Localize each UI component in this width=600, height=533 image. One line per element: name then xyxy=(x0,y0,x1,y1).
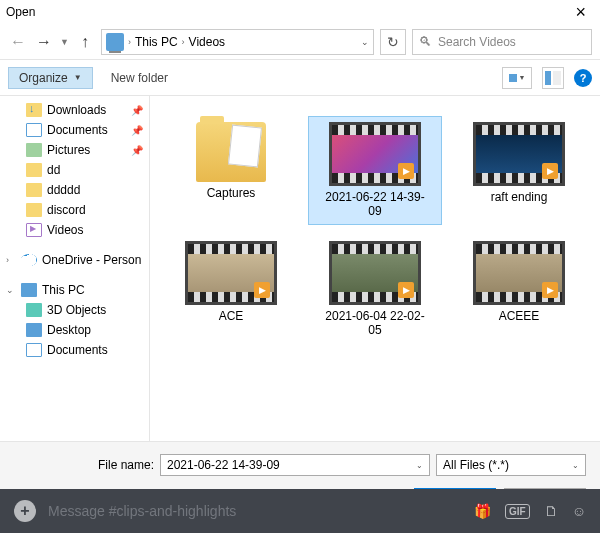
gift-icon[interactable]: 🎁 xyxy=(474,503,491,519)
sidebar-item-label: Desktop xyxy=(47,323,91,337)
filename-input[interactable]: 2021-06-22 14-39-09 ⌄ xyxy=(160,454,430,476)
breadcrumb[interactable]: › This PC › Videos ⌄ xyxy=(101,29,374,55)
file-filter-dropdown[interactable]: All Files (*.*) ⌄ xyxy=(436,454,586,476)
item-label: ACEEE xyxy=(499,309,540,323)
video-thumbnail: ▶ xyxy=(185,241,277,305)
chevron-down-icon[interactable]: ⌄ xyxy=(361,37,369,47)
file-2021-06-22[interactable]: ▶ 2021-06-22 14-39-09 xyxy=(308,116,442,225)
play-icon: ▶ xyxy=(254,282,270,298)
chevron-down-icon: ▼ xyxy=(74,73,82,82)
view-mode-button[interactable]: ▼ xyxy=(502,67,532,89)
up-button[interactable]: ↑ xyxy=(75,32,95,52)
sidebar-item-pictures[interactable]: Pictures📌 xyxy=(0,140,149,160)
pin-icon: 📌 xyxy=(131,125,143,136)
chevron-down-icon: ⌄ xyxy=(572,461,579,470)
emoji-icon[interactable]: ☺ xyxy=(572,503,586,519)
refresh-button[interactable]: ↻ xyxy=(380,29,406,55)
help-icon[interactable]: ? xyxy=(574,69,592,87)
sidebar-item-label: This PC xyxy=(42,283,85,297)
sidebar-item-label: dd xyxy=(47,163,60,177)
file-raft-ending[interactable]: ▶ raft ending xyxy=(452,116,586,225)
sidebar-item-label: Documents xyxy=(47,123,108,137)
sidebar-item-label: discord xyxy=(47,203,86,217)
attach-button[interactable]: + xyxy=(14,500,36,522)
message-input[interactable]: Message #clips-and-highlights xyxy=(48,503,462,519)
sidebar: Downloads📌 Documents📌 Pictures📌 dd ddddd… xyxy=(0,96,150,441)
filename-label: File name: xyxy=(14,458,154,472)
play-icon: ▶ xyxy=(542,163,558,179)
breadcrumb-thispc[interactable]: This PC xyxy=(135,35,178,49)
file-grid[interactable]: Captures ▶ 2021-06-22 14-39-09 ▶ raft en… xyxy=(150,96,600,441)
window-title: Open xyxy=(6,5,35,19)
sidebar-item-desktop[interactable]: Desktop xyxy=(0,320,149,340)
sidebar-item-documents2[interactable]: Documents xyxy=(0,340,149,360)
sticker-icon[interactable]: 🗋 xyxy=(544,503,558,519)
play-icon: ▶ xyxy=(398,163,414,179)
video-thumbnail: ▶ xyxy=(473,241,565,305)
pin-icon: 📌 xyxy=(131,105,143,116)
file-2021-06-04[interactable]: ▶ 2021-06-04 22-02-05 xyxy=(308,235,442,344)
breadcrumb-videos[interactable]: Videos xyxy=(189,35,225,49)
recent-dropdown[interactable]: ▼ xyxy=(60,37,69,47)
close-icon[interactable]: × xyxy=(567,2,594,23)
sidebar-item-ddddd[interactable]: ddddd xyxy=(0,180,149,200)
filter-value: All Files (*.*) xyxy=(443,458,509,472)
item-label: 2021-06-04 22-02-05 xyxy=(320,309,430,338)
chevron-right-icon: › xyxy=(182,37,185,47)
sidebar-item-label: 3D Objects xyxy=(47,303,106,317)
organize-button[interactable]: Organize ▼ xyxy=(8,67,93,89)
sidebar-item-label: OneDrive - Person xyxy=(42,253,141,267)
sidebar-item-3dobjects[interactable]: 3D Objects xyxy=(0,300,149,320)
sidebar-item-label: ddddd xyxy=(47,183,80,197)
video-thumbnail: ▶ xyxy=(329,122,421,186)
sidebar-item-label: Pictures xyxy=(47,143,90,157)
chevron-right-icon: › xyxy=(128,37,131,47)
pc-icon xyxy=(106,33,124,51)
play-icon: ▶ xyxy=(398,282,414,298)
filename-value: 2021-06-22 14-39-09 xyxy=(167,458,280,472)
sidebar-item-downloads[interactable]: Downloads📌 xyxy=(0,100,149,120)
video-thumbnail: ▶ xyxy=(473,122,565,186)
pin-icon: 📌 xyxy=(131,145,143,156)
sidebar-item-label: Downloads xyxy=(47,103,106,117)
item-label: Captures xyxy=(207,186,256,200)
chevron-down-icon: ⌄ xyxy=(6,285,16,295)
preview-pane-button[interactable] xyxy=(542,67,564,89)
file-ace[interactable]: ▶ ACE xyxy=(164,235,298,344)
play-icon: ▶ xyxy=(542,282,558,298)
organize-label: Organize xyxy=(19,71,68,85)
sidebar-item-documents[interactable]: Documents📌 xyxy=(0,120,149,140)
file-aceee[interactable]: ▶ ACEEE xyxy=(452,235,586,344)
chevron-right-icon: › xyxy=(6,255,16,265)
discord-message-bar: + Message #clips-and-highlights 🎁 GIF 🗋 … xyxy=(0,489,600,533)
sidebar-item-discord[interactable]: discord xyxy=(0,200,149,220)
sidebar-item-label: Documents xyxy=(47,343,108,357)
folder-icon xyxy=(196,122,266,182)
forward-button[interactable]: → xyxy=(34,32,54,52)
gif-icon[interactable]: GIF xyxy=(505,504,530,519)
sidebar-item-label: Videos xyxy=(47,223,83,237)
video-thumbnail: ▶ xyxy=(329,241,421,305)
sidebar-item-dd[interactable]: dd xyxy=(0,160,149,180)
sidebar-item-thispc[interactable]: ⌄This PC xyxy=(0,280,149,300)
chevron-down-icon[interactable]: ⌄ xyxy=(416,461,423,470)
new-folder-button[interactable]: New folder xyxy=(111,71,168,85)
search-placeholder: Search Videos xyxy=(438,35,516,49)
sidebar-item-videos[interactable]: Videos xyxy=(0,220,149,240)
item-label: ACE xyxy=(219,309,244,323)
folder-captures[interactable]: Captures xyxy=(164,116,298,225)
item-label: 2021-06-22 14-39-09 xyxy=(320,190,430,219)
search-icon: 🔍︎ xyxy=(419,34,432,49)
item-label: raft ending xyxy=(491,190,548,204)
search-input[interactable]: 🔍︎ Search Videos xyxy=(412,29,592,55)
sidebar-item-onedrive[interactable]: ›OneDrive - Person xyxy=(0,250,149,270)
back-button[interactable]: ← xyxy=(8,32,28,52)
